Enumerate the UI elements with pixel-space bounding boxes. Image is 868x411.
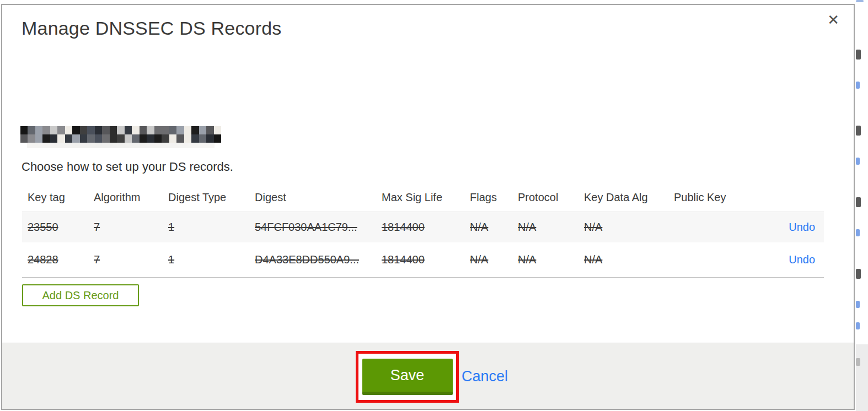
redacted-domain-fade bbox=[27, 143, 215, 148]
undo-link[interactable]: Undo bbox=[789, 253, 815, 266]
cell-key-tag: 24828 bbox=[22, 242, 88, 278]
cell-flags: N/A bbox=[464, 212, 512, 242]
cell-protocol: N/A bbox=[512, 212, 578, 242]
page-title: Manage DNSSEC DS Records bbox=[22, 18, 282, 39]
header-key-tag: Key tag bbox=[22, 184, 88, 212]
cell-algorithm: 7 bbox=[88, 242, 163, 278]
cell-algorithm: 7 bbox=[88, 212, 163, 242]
background-fragment bbox=[856, 358, 860, 366]
background-fragment bbox=[856, 126, 861, 136]
table-row: 23550 7 1 54FCF030AA1C79... 1814400 N/A … bbox=[22, 212, 824, 242]
undo-link[interactable]: Undo bbox=[789, 221, 815, 233]
background-fragment bbox=[856, 82, 860, 89]
background-fragment bbox=[856, 197, 861, 207]
background-fragment bbox=[856, 301, 860, 308]
manage-dnssec-modal: Manage DNSSEC DS Records ✕ Choose how to… bbox=[1, 4, 855, 410]
header-digest-type: Digest Type bbox=[163, 184, 249, 212]
table-row: 24828 7 1 D4A33E8DD550A9... 1814400 N/A … bbox=[22, 242, 824, 278]
background-fragment bbox=[856, 229, 860, 236]
cell-public-key bbox=[668, 212, 751, 242]
cell-max-sig-life: 1814400 bbox=[376, 212, 464, 242]
header-max-sig-life: Max Sig Life bbox=[376, 184, 464, 212]
cell-key-data-alg: N/A bbox=[578, 212, 668, 242]
instruction-text: Choose how to set up your DS records. bbox=[22, 160, 233, 174]
header-algorithm: Algorithm bbox=[88, 184, 163, 212]
header-protocol: Protocol bbox=[512, 184, 578, 212]
cancel-link[interactable]: Cancel bbox=[462, 368, 508, 385]
background-fragment bbox=[856, 158, 860, 165]
background-fragment bbox=[856, 322, 860, 329]
table-header-row: Key tag Algorithm Digest Type Digest Max… bbox=[22, 184, 824, 212]
cell-digest-type: 1 bbox=[163, 242, 249, 278]
cell-max-sig-life: 1814400 bbox=[376, 242, 464, 278]
background-fragment bbox=[856, 0, 864, 2]
cell-protocol: N/A bbox=[512, 242, 578, 278]
red-highlight-annotation: Save bbox=[356, 351, 459, 403]
cell-flags: N/A bbox=[464, 242, 512, 278]
save-button[interactable]: Save bbox=[362, 359, 453, 395]
background-page-edge bbox=[856, 0, 868, 411]
header-public-key: Public Key bbox=[668, 184, 751, 212]
ds-records-table: Key tag Algorithm Digest Type Digest Max… bbox=[22, 184, 824, 278]
header-digest: Digest bbox=[249, 184, 376, 212]
header-key-data-alg: Key Data Alg bbox=[578, 184, 668, 212]
header-flags: Flags bbox=[464, 184, 512, 212]
background-fragment bbox=[856, 269, 861, 279]
cell-key-data-alg: N/A bbox=[578, 242, 668, 278]
background-fragment bbox=[856, 50, 861, 60]
cell-digest-type: 1 bbox=[163, 212, 249, 242]
add-ds-record-button[interactable]: Add DS Record bbox=[22, 284, 139, 306]
header-actions bbox=[751, 184, 824, 212]
redacted-domain-name bbox=[20, 126, 221, 143]
cell-public-key bbox=[668, 242, 751, 278]
background-page-footer-edge bbox=[856, 344, 868, 411]
cell-key-tag: 23550 bbox=[22, 212, 88, 242]
close-icon[interactable]: ✕ bbox=[827, 13, 839, 27]
cell-digest: D4A33E8DD550A9... bbox=[249, 242, 376, 278]
cell-digest: 54FCF030AA1C79... bbox=[249, 212, 376, 242]
modal-footer: Save Cancel bbox=[2, 343, 854, 409]
